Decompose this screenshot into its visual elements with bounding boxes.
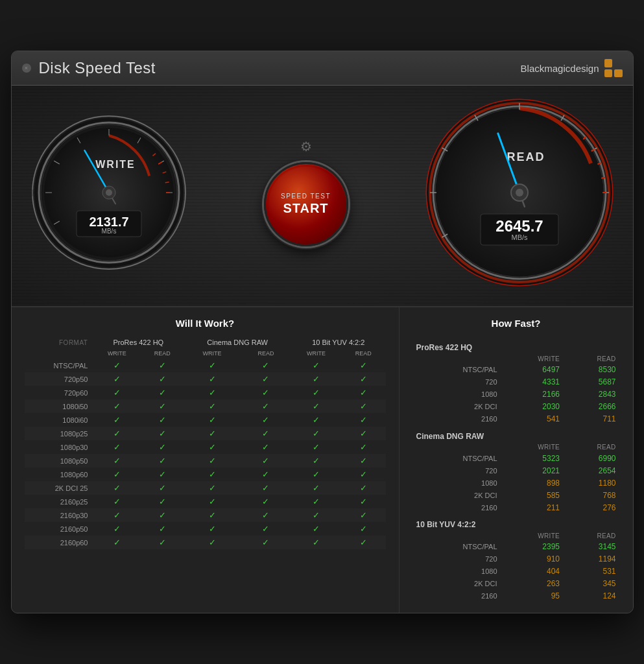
settings-icon[interactable]: ⚙ (300, 139, 312, 154)
table-row: 1080p60 ✓ ✓ ✓ ✓ ✓ ✓ (25, 468, 386, 481)
table-row: 1080p50 ✓ ✓ ✓ ✓ ✓ ✓ (25, 454, 386, 468)
svg-line-45 (601, 178, 605, 178)
hf-data-row: 720 910 1194 (412, 553, 620, 565)
hf-data-row: NTSC/PAL 5323 6990 (412, 452, 620, 464)
hf-data-row: 2160 211 276 (412, 501, 620, 514)
read-gauge-svg: READ 2645.7 MB/s (425, 99, 614, 287)
brand-name: Blackmagicdesign (521, 63, 599, 74)
table-row: 1080p30 ✓ ✓ ✓ ✓ ✓ ✓ (25, 440, 386, 454)
will-it-work-title: Will It Work? (25, 318, 386, 329)
table-row: 720p60 ✓ ✓ ✓ ✓ ✓ ✓ (25, 386, 386, 399)
svg-text:MB/s: MB/s (101, 228, 116, 235)
brand-icon (604, 59, 623, 77)
write-gauge-container: WRITE 2131.7 MB/s (31, 115, 187, 270)
format-col-header: FORMAT (25, 337, 93, 348)
write-gauge-svg: WRITE 2131.7 MB/s (31, 115, 187, 270)
table-row: 2K DCI 25 ✓ ✓ ✓ ✓ ✓ ✓ (25, 481, 386, 495)
start-main-label: START (283, 201, 328, 216)
svg-text:WRITE: WRITE (95, 159, 136, 170)
codec-prores-header: ProRes 422 HQ (93, 337, 184, 348)
table-row: 1080i60 ✓ ✓ ✓ ✓ ✓ ✓ (25, 413, 386, 427)
svg-text:2131.7: 2131.7 (89, 215, 128, 229)
brand-logo: Blackmagicdesign (521, 59, 623, 77)
hf-codec-row: 10 Bit YUV 4:2:2 (412, 514, 620, 530)
titlebar: × Disk Speed Test Blackmagicdesign (12, 51, 633, 86)
hf-data-row: NTSC/PAL 6497 8530 (412, 364, 620, 376)
app-window: × Disk Speed Test Blackmagicdesign (11, 51, 634, 613)
hf-data-row: 720 4331 5687 (412, 376, 620, 388)
how-fast-title: How Fast? (412, 318, 620, 329)
hf-header-row: WRITEREAD (412, 442, 620, 453)
center-controls: ⚙ SPEED TEST START (264, 139, 348, 246)
codec-yuv-header: 10 Bit YUV 4:2:2 (291, 337, 385, 348)
svg-point-23 (106, 189, 112, 196)
table-row: 2160p60 ✓ ✓ ✓ ✓ ✓ ✓ (25, 536, 386, 549)
table-row: 2160p25 ✓ ✓ ✓ ✓ ✓ ✓ (25, 495, 386, 508)
hf-header-row: WRITEREAD (412, 530, 620, 541)
data-section: Will It Work? FORMAT ProRes 422 HQ Cinem… (12, 307, 633, 613)
hf-codec-row: ProRes 422 HQ (412, 337, 620, 353)
hf-data-row: 720 2021 2654 (412, 464, 620, 477)
table-row: 2160p50 ✓ ✓ ✓ ✓ ✓ ✓ (25, 522, 386, 536)
how-fast-table: ProRes 422 HQWRITEREAD NTSC/PAL 6497 853… (412, 337, 620, 602)
svg-text:READ: READ (507, 150, 545, 163)
table-row: 2160p30 ✓ ✓ ✓ ✓ ✓ ✓ (25, 508, 386, 522)
hf-data-row: 2K DCI 585 768 (412, 489, 620, 501)
table-row: 720p50 ✓ ✓ ✓ ✓ ✓ ✓ (25, 372, 386, 386)
hf-data-row: 1080 2166 2843 (412, 388, 620, 401)
start-top-label: SPEED TEST (281, 193, 331, 200)
codec-cdng-header: Cinema DNG RAW (184, 337, 291, 348)
read-gauge-container: READ 2645.7 MB/s (425, 99, 614, 287)
hf-data-row: 2K DCI 2030 2666 (412, 401, 620, 413)
table-row: NTSC/PAL ✓ ✓ ✓ ✓ ✓ ✓ (25, 359, 386, 372)
will-it-work-panel: Will It Work? FORMAT ProRes 422 HQ Cinem… (12, 307, 400, 613)
hf-data-row: 2160 541 711 (412, 413, 620, 425)
hf-data-row: 1080 404 531 (412, 565, 620, 578)
will-it-work-table: FORMAT ProRes 422 HQ Cinema DNG RAW 10 B… (25, 337, 386, 549)
start-button[interactable]: SPEED TEST START (264, 162, 348, 246)
svg-point-51 (516, 189, 523, 196)
table-row: 1080p25 ✓ ✓ ✓ ✓ ✓ ✓ (25, 427, 386, 440)
hf-data-row: 2160 95 124 (412, 590, 620, 602)
hf-codec-row: Cinema DNG RAW (412, 425, 620, 442)
close-button[interactable]: × (22, 64, 31, 73)
hf-header-row: WRITEREAD (412, 353, 620, 364)
svg-text:MB/s: MB/s (511, 233, 528, 241)
hf-data-row: 2K DCI 263 345 (412, 578, 620, 590)
hf-data-row: NTSC/PAL 2395 3145 (412, 541, 620, 553)
hf-data-row: 1080 898 1180 (412, 477, 620, 489)
how-fast-panel: How Fast? ProRes 422 HQWRITEREAD NTSC/PA… (400, 307, 633, 613)
svg-text:2645.7: 2645.7 (495, 217, 543, 235)
svg-line-17 (165, 182, 169, 183)
table-row: 1080i50 ✓ ✓ ✓ ✓ ✓ ✓ (25, 399, 386, 413)
app-title: Disk Speed Test (39, 59, 156, 77)
titlebar-left: × Disk Speed Test (22, 59, 156, 77)
gauge-section: WRITE 2131.7 MB/s ⚙ SPEED TEST STAR (12, 86, 633, 307)
